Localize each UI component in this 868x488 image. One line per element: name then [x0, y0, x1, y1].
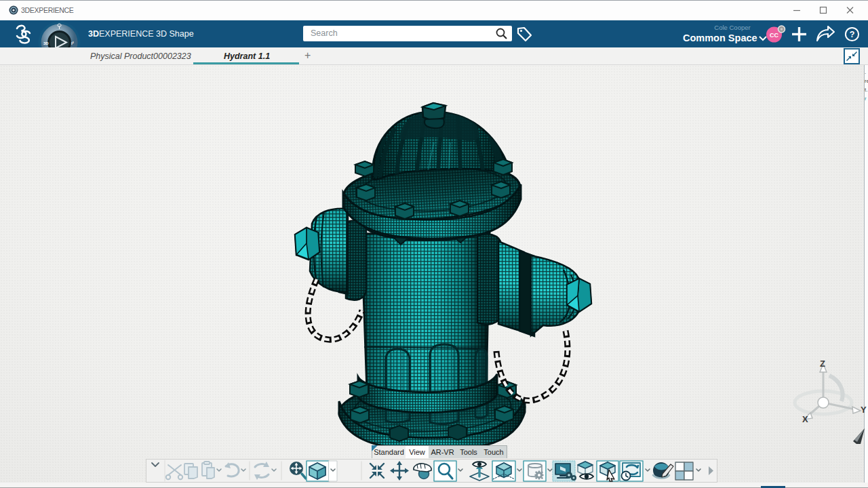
svg-text:I²: I² [71, 41, 74, 45]
svg-text:CC: CC [770, 32, 778, 39]
svg-text:X: X [802, 414, 808, 424]
svg-text:?: ? [850, 30, 855, 39]
svg-text:3D: 3D [43, 41, 49, 45]
svg-text:Y: Y [861, 405, 867, 415]
svg-text:Z: Z [820, 359, 825, 369]
